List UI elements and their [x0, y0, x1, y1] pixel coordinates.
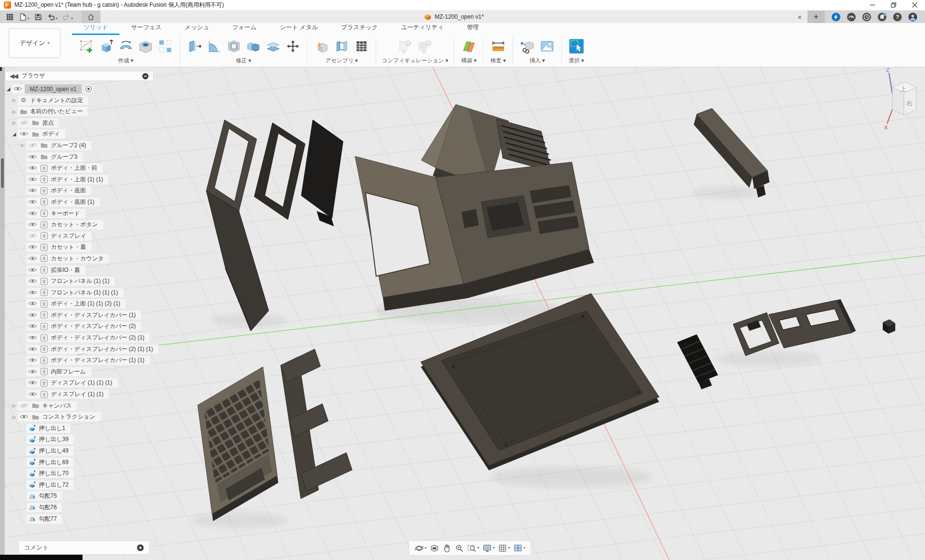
browser-item-chip[interactable]: 拡張IO・蓋 — [26, 266, 85, 275]
eye-icon[interactable] — [28, 369, 37, 375]
browser-item[interactable]: ボディ・底面 (1) — [5, 198, 154, 207]
browser-item[interactable]: ▷コンストラクション — [5, 412, 154, 421]
browser-item-chip[interactable]: カセット・蓋 — [26, 243, 91, 252]
minimize-button[interactable] — [862, 0, 883, 10]
browser-item-chip[interactable]: 勾配75 — [26, 491, 62, 501]
eye-off-icon[interactable] — [28, 233, 37, 239]
revolve-button[interactable] — [117, 37, 134, 55]
home-tab-button[interactable] — [82, 11, 100, 23]
viewports-button[interactable]: ▾ — [513, 544, 525, 553]
browser-item-chip[interactable]: フロントパネル (1) (1) (1) — [26, 288, 123, 297]
browser-item[interactable]: ボディ・ディスプレイカバー (2) (1) (1) — [5, 345, 154, 354]
browser-item-chip[interactable]: カセット・カウンタ — [26, 254, 109, 263]
browser-item-chip[interactable]: ボディ・上面 (1) (1) (2) (1) — [26, 299, 126, 308]
browser-item[interactable]: ボディ・ディスプレイカバー (1) (1) — [5, 356, 154, 365]
ribbon-tab-フォーム[interactable]: フォーム — [221, 23, 268, 35]
browser-item-chip[interactable]: 原点 — [18, 118, 59, 128]
hole-button[interactable] — [137, 37, 154, 55]
insert-image-button[interactable] — [538, 37, 556, 55]
browser-item[interactable]: 押し出し70 — [5, 469, 154, 478]
browser-item[interactable]: キーボード — [5, 209, 154, 218]
root-component-chip[interactable]: MZ-1200_open v1 — [25, 84, 82, 93]
browser-item[interactable]: 押し出し72 — [5, 480, 154, 490]
browser-item[interactable]: ボディ・ディスプレイカバー (1) — [5, 311, 154, 320]
browser-item-chip[interactable]: ⚙ドキュメントの設定 — [18, 96, 88, 105]
browser-item[interactable]: ボディ・ディスプレイカバー (2) — [5, 322, 154, 331]
activate-component-radio[interactable] — [84, 84, 93, 93]
zoom-button[interactable] — [455, 544, 464, 553]
close-window-button[interactable] — [904, 0, 925, 10]
workspace-selector[interactable]: デザイン ▾ — [9, 28, 60, 58]
move-button[interactable] — [284, 37, 301, 55]
browser-item[interactable]: ディスプレイ — [5, 232, 154, 241]
browser-item-chip[interactable]: 押し出し49 — [26, 446, 74, 455]
group-dropdown-アセンブリ[interactable]: アセンブリ ▾ — [325, 57, 358, 67]
browser-item[interactable]: ボディ・ディスプレイカバー (2) (1) — [5, 333, 154, 342]
browser-item-chip[interactable]: 押し出し1 — [26, 424, 71, 433]
browser-item-chip[interactable]: フロントパネル (1) (1) — [26, 277, 115, 286]
browser-item-chip[interactable]: グループ2 (4) — [26, 141, 92, 150]
browser-item-chip[interactable]: ボディ・上面 (1) (1) — [26, 175, 108, 184]
select-box-button[interactable] — [568, 37, 585, 55]
shell-button[interactable] — [225, 37, 242, 55]
ribbon-tab-ソリッド[interactable]: ソリッド — [72, 23, 119, 35]
browser-item[interactable]: 押し出し49 — [5, 446, 154, 455]
construct-plane-button[interactable] — [460, 37, 477, 55]
browser-item[interactable]: 押し出し69 — [5, 458, 154, 467]
eye-icon[interactable] — [28, 256, 37, 262]
browser-item-chip[interactable]: カセット・ボタン — [26, 220, 103, 229]
browser-item-chip[interactable]: 押し出し39 — [26, 435, 74, 444]
disclosure-collapsed-icon[interactable]: ▷ — [11, 109, 18, 114]
browser-item[interactable]: 内部フレーム — [5, 367, 154, 376]
eye-icon[interactable] — [13, 86, 23, 92]
close-document-icon[interactable]: × — [797, 13, 802, 21]
eye-icon[interactable] — [28, 222, 37, 228]
disclosure-expanded-icon[interactable]: ◢ — [11, 131, 18, 137]
eye-icon[interactable] — [28, 199, 37, 205]
eye-icon[interactable] — [28, 335, 37, 341]
config-insert-button[interactable] — [397, 37, 414, 55]
browser-item[interactable]: カセット・ボタン — [5, 220, 154, 229]
collapse-panel-icon[interactable]: ◀◀ — [10, 73, 17, 79]
ribbon-tab-メッシュ[interactable]: メッシュ — [173, 23, 221, 35]
group-dropdown-構築[interactable]: 構築 ▾ — [461, 57, 476, 67]
eye-off-icon[interactable] — [20, 120, 29, 126]
eye-icon[interactable] — [28, 210, 37, 217]
pattern-button[interactable] — [156, 37, 174, 55]
browser-item-chip[interactable]: ボディ・底面 — [26, 186, 91, 195]
eye-icon[interactable] — [28, 176, 37, 183]
combine-button[interactable] — [245, 37, 262, 55]
eye-icon[interactable] — [28, 165, 37, 171]
browser-item-chip[interactable]: ディスプレイ (1) (1) — [26, 390, 109, 399]
browser-item[interactable]: フロントパネル (1) (1) — [5, 277, 154, 286]
browser-item-chip[interactable]: コンストラクション — [18, 412, 101, 421]
browser-item-chip[interactable]: グループ3 — [26, 152, 83, 162]
browser-item[interactable]: カセット・蓋 — [5, 243, 154, 252]
browser-root-row[interactable]: ◢MZ-1200_open v1 — [5, 84, 154, 93]
profile-icon[interactable] — [908, 12, 917, 22]
eye-icon[interactable] — [28, 357, 37, 363]
ribbon-tab-プラスチック[interactable]: プラスチック — [330, 23, 390, 35]
eye-icon[interactable] — [28, 290, 37, 296]
browser-item[interactable]: 拡張IO・蓋 — [5, 266, 154, 275]
undo-button[interactable]: ▾ — [45, 12, 59, 22]
browser-item-chip[interactable]: ボディ — [18, 129, 65, 139]
ribbon-tab-ユーティリティ[interactable]: ユーティリティ — [390, 23, 455, 35]
browser-item-chip[interactable]: 内部フレーム — [26, 367, 91, 376]
browser-item-chip[interactable]: ボディ・上面・前 — [26, 163, 103, 173]
job-status-icon[interactable] — [847, 12, 856, 22]
browser-item[interactable]: 勾配75 — [5, 491, 154, 501]
save-button[interactable] — [32, 12, 44, 22]
eye-icon[interactable] — [28, 187, 37, 194]
browser-item-chip[interactable]: キャンバス — [18, 401, 77, 410]
eye-icon[interactable] — [28, 267, 37, 273]
grid-settings-button[interactable]: ▾ — [498, 544, 510, 553]
browser-item-chip[interactable]: キーボード — [26, 209, 85, 218]
disclosure-collapsed-icon[interactable]: ▷ — [11, 120, 18, 125]
app-menu-button[interactable] — [4, 12, 16, 22]
browser-item-chip[interactable]: 名前の付いたビュー — [18, 107, 88, 116]
browser-item-chip[interactable]: 勾配77 — [26, 514, 62, 524]
ribbon-tab-管理[interactable]: 管理 — [455, 23, 490, 35]
eye-icon[interactable] — [20, 414, 29, 420]
help-icon[interactable]: ? — [893, 12, 902, 22]
